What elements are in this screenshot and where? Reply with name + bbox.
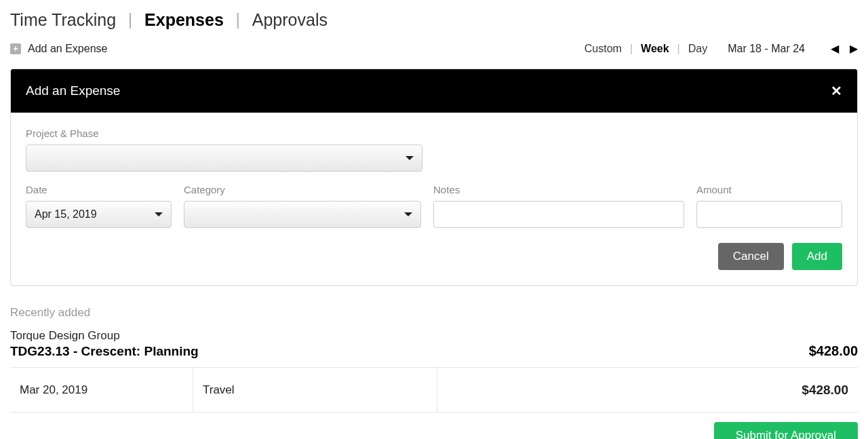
label-category: Category [184, 184, 421, 195]
toolbar: + Add an Expense Custom | Week | Day Mar… [10, 42, 858, 55]
chevron-down-icon [406, 156, 414, 160]
date-select[interactable]: Apr 15, 2019 [26, 201, 172, 228]
date-value: Apr 15, 2019 [35, 208, 97, 221]
notes-input[interactable] [433, 201, 684, 228]
submit-wrap: Submit for Approval [10, 422, 858, 439]
chevron-down-icon [404, 212, 412, 216]
recent-total: $428.00 [809, 343, 858, 359]
field-category: Category [184, 184, 421, 228]
field-amount: Amount [696, 184, 842, 228]
add-expense-panel: Add an Expense ✕ Project & Phase Date Ap… [10, 69, 858, 286]
range-separator: | [630, 43, 633, 55]
project-phase-select[interactable] [26, 145, 422, 172]
panel-title: Add an Expense [26, 83, 120, 98]
recent-client: Torque Design Group [10, 329, 199, 343]
toolbar-right: Custom | Week | Day Mar 18 - Mar 24 ◀ ▶ [585, 42, 858, 55]
date-range-label: Mar 18 - Mar 24 [728, 43, 805, 55]
prev-arrow-icon[interactable]: ◀ [831, 42, 839, 55]
next-arrow-icon[interactable]: ▶ [850, 42, 858, 55]
recent-header: Torque Design Group TDG23.13 - Crescent:… [10, 329, 858, 368]
recent-section: Recently added Torque Design Group TDG23… [10, 306, 858, 439]
panel-body: Project & Phase Date Apr 15, 2019 Catego… [11, 113, 857, 285]
field-notes: Notes [433, 184, 684, 228]
date-arrows: ◀ ▶ [831, 42, 858, 55]
nav-approvals[interactable]: Approvals [252, 10, 328, 30]
range-options: Custom | Week | Day [585, 43, 707, 55]
range-custom[interactable]: Custom [585, 43, 622, 55]
top-nav: Time Tracking | Expenses | Approvals [10, 10, 858, 30]
add-button[interactable]: Add [792, 243, 842, 270]
cell-category: Travel [193, 368, 437, 412]
cell-date: Mar 20, 2019 [10, 368, 193, 412]
label-date: Date [26, 184, 172, 195]
plus-icon: + [10, 43, 21, 54]
nav-separator: | [236, 11, 240, 29]
range-week[interactable]: Week [641, 43, 669, 55]
cancel-button[interactable]: Cancel [718, 243, 784, 270]
submit-for-approval-button[interactable]: Submit for Approval [714, 422, 858, 439]
field-date: Date Apr 15, 2019 [26, 184, 172, 228]
table-row[interactable]: Mar 20, 2019 Travel $428.00 [10, 368, 858, 413]
amount-input[interactable] [696, 201, 842, 228]
label-amount: Amount [696, 184, 842, 195]
recent-project: TDG23.13 - Crescent: Planning [10, 344, 199, 359]
label-notes: Notes [433, 184, 684, 195]
nav-time-tracking[interactable]: Time Tracking [10, 10, 116, 30]
panel-header: Add an Expense ✕ [11, 69, 857, 113]
nav-expenses[interactable]: Expenses [144, 10, 224, 30]
range-day[interactable]: Day [688, 43, 707, 55]
range-separator: | [677, 43, 680, 55]
nav-separator: | [128, 11, 132, 29]
panel-actions: Cancel Add [26, 243, 842, 270]
chevron-down-icon [155, 212, 163, 216]
close-icon[interactable]: ✕ [831, 83, 842, 99]
add-expense-button[interactable]: + Add an Expense [10, 43, 107, 55]
field-project-phase: Project & Phase [26, 128, 422, 172]
label-project-phase: Project & Phase [26, 128, 422, 139]
add-expense-label: Add an Expense [28, 43, 107, 55]
recent-heading: Recently added [10, 306, 858, 320]
form-row: Date Apr 15, 2019 Category Notes Amount [26, 184, 842, 228]
cell-amount: $428.00 [756, 383, 858, 398]
category-select[interactable] [184, 201, 421, 228]
